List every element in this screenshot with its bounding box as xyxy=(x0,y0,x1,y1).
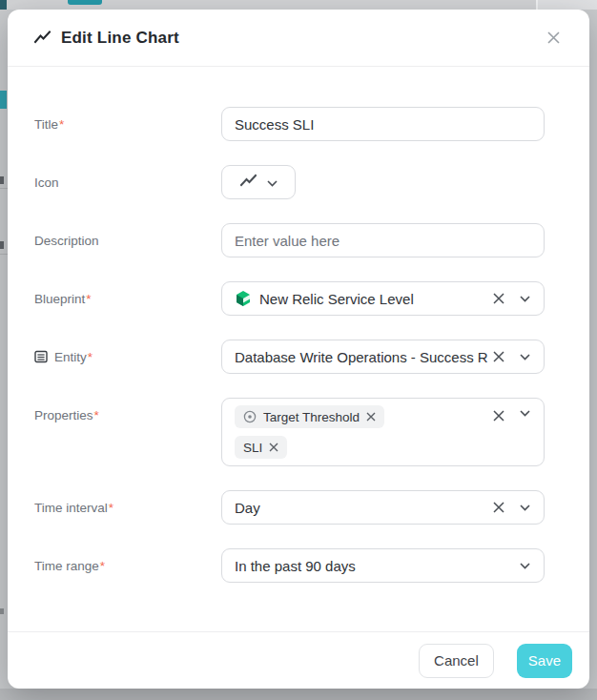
time-range-select[interactable]: In the past 90 days xyxy=(221,548,545,583)
modal-body: Title* Icon Description xyxy=(8,67,589,583)
required-asterisk: * xyxy=(59,117,64,132)
backdrop-teal-corner xyxy=(0,0,7,10)
icon-picker-button[interactable] xyxy=(221,165,296,199)
properties-tags: Target Threshold SLI xyxy=(235,399,493,465)
save-button[interactable]: Save xyxy=(517,644,572,678)
backdrop-text-fragment xyxy=(0,176,4,184)
backdrop-text-fragment xyxy=(0,608,4,614)
entity-select[interactable]: Database Write Operations - Success R xyxy=(221,340,545,374)
description-label: Description xyxy=(34,234,221,248)
required-asterisk: * xyxy=(94,408,99,422)
modal-title: Edit Line Chart xyxy=(61,29,179,48)
backdrop-bottom-strip xyxy=(0,689,597,700)
new-relic-logo-icon xyxy=(235,290,252,307)
title-label: Title* xyxy=(34,117,221,132)
blueprint-label: Blueprint* xyxy=(34,292,221,306)
required-asterisk: * xyxy=(88,350,93,364)
properties-label: Properties* xyxy=(34,408,221,422)
required-asterisk: * xyxy=(86,292,91,306)
required-asterisk: * xyxy=(109,501,113,515)
entity-label: Entity* xyxy=(34,350,221,364)
backdrop-divider-fragment xyxy=(0,188,8,189)
time-range-label: Time range* xyxy=(34,559,221,573)
chevron-down-icon xyxy=(520,354,530,360)
field-row-time-interval: Time interval* Day xyxy=(34,490,552,525)
chevron-down-icon xyxy=(520,296,530,302)
tag-target-threshold: Target Threshold xyxy=(235,405,384,428)
backdrop-divider-fragment xyxy=(0,254,8,255)
cancel-button[interactable]: Cancel xyxy=(419,644,494,678)
icon-label: Icon xyxy=(34,175,221,190)
blueprint-value: New Relic Service Level xyxy=(235,290,493,307)
tag-remove-icon[interactable] xyxy=(269,443,278,452)
field-row-time-range: Time range* In the past 90 days xyxy=(34,548,552,583)
description-input[interactable] xyxy=(221,223,545,257)
properties-select[interactable]: Target Threshold SLI xyxy=(221,398,545,466)
modal-header: Edit Line Chart xyxy=(8,10,589,67)
tag-remove-icon[interactable] xyxy=(366,412,376,422)
field-row-blueprint: Blueprint* New Relic Service Level xyxy=(34,281,552,316)
entity-list-icon xyxy=(34,350,48,363)
close-icon[interactable] xyxy=(543,27,565,49)
field-row-properties: Properties* Target Threshold xyxy=(34,398,552,466)
chevron-down-icon xyxy=(267,175,278,190)
field-row-entity: Entity* Database Write Operations - Succ… xyxy=(34,340,552,374)
modal-footer: Cancel Save xyxy=(8,631,589,689)
edit-line-chart-modal: Edit Line Chart Title* Icon xyxy=(8,10,589,689)
chevron-down-icon xyxy=(520,563,530,569)
time-interval-select[interactable]: Day xyxy=(221,490,545,525)
tag-sli: SLI xyxy=(235,436,287,459)
clear-icon[interactable] xyxy=(493,293,504,304)
clear-icon[interactable] xyxy=(493,502,504,513)
line-chart-icon xyxy=(240,174,257,191)
time-interval-value: Day xyxy=(235,500,493,516)
field-row-icon: Icon xyxy=(34,165,552,199)
clear-icon[interactable] xyxy=(493,410,504,422)
target-icon xyxy=(243,410,257,423)
backdrop-teal-tab xyxy=(68,0,102,5)
clear-icon[interactable] xyxy=(493,351,504,362)
chevron-down-icon xyxy=(520,410,530,417)
backdrop-top-right-panel xyxy=(536,0,597,10)
line-chart-icon xyxy=(33,29,51,47)
backdrop-sidebar-highlight xyxy=(0,91,7,109)
chevron-down-icon xyxy=(520,504,530,511)
entity-value: Database Write Operations - Success R xyxy=(235,349,493,365)
blueprint-select[interactable]: New Relic Service Level xyxy=(221,281,545,316)
field-row-title: Title* xyxy=(34,107,552,141)
time-range-value: In the past 90 days xyxy=(235,558,520,574)
time-interval-label: Time interval* xyxy=(34,501,221,515)
title-input[interactable] xyxy=(221,107,545,141)
required-asterisk: * xyxy=(100,559,105,573)
backdrop-text-fragment xyxy=(0,241,4,249)
field-row-description: Description xyxy=(34,223,552,257)
